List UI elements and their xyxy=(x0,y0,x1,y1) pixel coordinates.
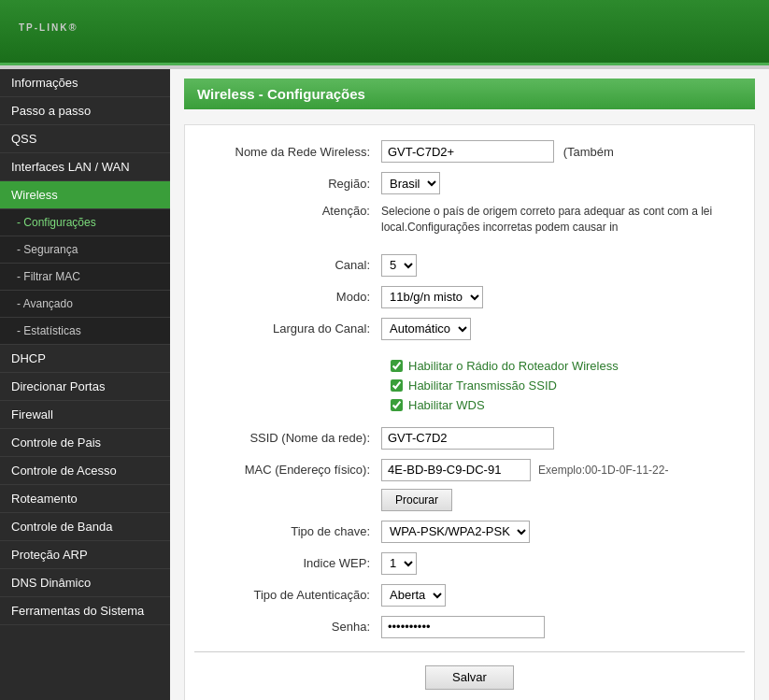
checkbox3-row: Habilitar WDS xyxy=(194,398,745,412)
main-content: Wireless - Configurações Nome da Rede Wi… xyxy=(170,69,769,700)
sidebar-item-wireless[interactable]: Wireless xyxy=(0,181,170,209)
sidebar-item-firewall[interactable]: Firewall xyxy=(0,401,170,429)
sidebar-item-passo-a-passo[interactable]: Passo a passo xyxy=(0,97,170,125)
checkbox2-row: Habilitar Transmissão SSID xyxy=(194,379,745,393)
tipo-auth-row: Tipo de Autenticação: Aberta xyxy=(194,584,745,607)
regiao-row: Região: Brasil xyxy=(194,172,745,194)
nome-input[interactable] xyxy=(381,140,554,163)
tipo-chave-label: Tipo de chave: xyxy=(194,524,381,538)
mac-row-inner: Exemplo:00-1D-0F-11-22- xyxy=(381,459,668,481)
sidebar-item-direcionar-portas[interactable]: Direcionar Portas xyxy=(0,373,170,401)
sidebar-item-protecao-arp[interactable]: Proteção ARP xyxy=(0,541,170,569)
canal-label: Canal: xyxy=(194,258,381,272)
sidebar-item-filtrar-mac[interactable]: - Filtrar MAC xyxy=(0,264,170,291)
logo: TP-LINK® xyxy=(19,17,78,47)
sidebar-item-controle-banda[interactable]: Controle de Banda xyxy=(0,513,170,541)
largura-select[interactable]: Automático xyxy=(381,318,471,340)
mac-label: MAC (Endereço físico): xyxy=(194,463,381,477)
layout: Informações Passo a passo QSS Interfaces… xyxy=(0,69,769,700)
habilitar-wds-checkbox[interactable] xyxy=(391,399,403,411)
modo-row: Modo: 11b/g/n misto xyxy=(194,286,745,308)
nome-suffix: (Também xyxy=(563,145,614,159)
atencao-row: Atenção: Selecione o país de origem corr… xyxy=(194,204,745,236)
habilitar-ssid-label[interactable]: Habilitar Transmissão SSID xyxy=(408,379,557,393)
sidebar: Informações Passo a passo QSS Interfaces… xyxy=(0,69,170,700)
senha-value xyxy=(381,616,745,638)
nome-label: Nome da Rede Wireless: xyxy=(194,145,381,159)
sidebar-item-dhcp[interactable]: DHCP xyxy=(0,345,170,373)
sidebar-item-roteamento[interactable]: Roteamento xyxy=(0,485,170,513)
indice-wep-value: 1 xyxy=(381,552,745,575)
sidebar-item-informacoes[interactable]: Informações xyxy=(0,69,170,97)
habilitar-radio-label[interactable]: Habilitar o Rádio do Roteador Wireless xyxy=(408,359,619,373)
sidebar-item-qss[interactable]: QSS xyxy=(0,125,170,153)
sidebar-item-controle-pais[interactable]: Controle de Pais xyxy=(0,429,170,457)
sidebar-item-controle-acesso[interactable]: Controle de Acesso xyxy=(0,457,170,485)
logo-text: TP-LINK xyxy=(19,21,68,32)
sidebar-item-avancado[interactable]: - Avançado xyxy=(0,291,170,318)
largura-value: Automático xyxy=(381,318,745,340)
indice-wep-label: Indice WEP: xyxy=(194,556,381,570)
largura-label: Largura do Canal: xyxy=(194,321,381,336)
habilitar-wds-label[interactable]: Habilitar WDS xyxy=(408,398,485,412)
modo-value: 11b/g/n misto xyxy=(381,286,745,308)
mac-example: Exemplo:00-1D-0F-11-22- xyxy=(538,464,668,477)
canal-select[interactable]: 5 xyxy=(381,254,417,277)
indice-wep-row: Indice WEP: 1 xyxy=(194,552,745,575)
sidebar-item-configuracoes[interactable]: - Configurações xyxy=(0,209,170,236)
senha-input[interactable] xyxy=(381,616,545,638)
tipo-chave-select[interactable]: WPA-PSK/WPA2-PSK xyxy=(381,521,530,543)
largura-row: Largura do Canal: Automático xyxy=(194,318,745,340)
ssid-row: SSID (Nome da rede): xyxy=(194,427,745,450)
section-title: Wireless - Configurações xyxy=(184,79,755,109)
divider xyxy=(194,651,745,652)
modo-label: Modo: xyxy=(194,290,381,304)
tipo-auth-select[interactable]: Aberta xyxy=(381,584,446,607)
senha-label: Senha: xyxy=(194,620,381,634)
salvar-button[interactable]: Salvar xyxy=(425,665,514,690)
tipo-auth-value: Aberta xyxy=(381,584,745,607)
nome-row: Nome da Rede Wireless: (Também xyxy=(194,140,745,163)
checkbox1-row: Habilitar o Rádio do Roteador Wireless xyxy=(194,359,745,373)
regiao-value: Brasil xyxy=(381,172,745,194)
canal-value: 5 xyxy=(381,254,745,277)
sidebar-item-estatisticas[interactable]: - Estatísticas xyxy=(0,318,170,345)
modo-select[interactable]: 11b/g/n misto xyxy=(381,286,483,308)
mac-row: MAC (Endereço físico): Exemplo:00-1D-0F-… xyxy=(194,459,745,511)
sidebar-item-interfaces[interactable]: Interfaces LAN / WAN xyxy=(0,153,170,181)
habilitar-ssid-checkbox[interactable] xyxy=(391,379,403,392)
atencao-text: Selecione o país de origem correto para … xyxy=(381,204,745,236)
procurar-button[interactable]: Procurar xyxy=(381,489,452,511)
canal-row: Canal: 5 xyxy=(194,254,745,277)
tipo-chave-row: Tipo de chave: WPA-PSK/WPA2-PSK xyxy=(194,521,745,543)
senha-row: Senha: xyxy=(194,616,745,638)
sidebar-item-dns-dinamico[interactable]: DNS Dinâmico xyxy=(0,569,170,597)
regiao-label: Região: xyxy=(194,177,381,191)
ssid-input[interactable] xyxy=(381,427,554,450)
header: TP-LINK® xyxy=(0,0,769,65)
save-row: Salvar xyxy=(194,665,745,699)
tipo-chave-value: WPA-PSK/WPA2-PSK xyxy=(381,521,745,543)
nome-value: (Também xyxy=(381,140,745,163)
ssid-label: SSID (Nome da rede): xyxy=(194,431,381,445)
sidebar-item-seguranca[interactable]: - Segurança xyxy=(0,236,170,264)
tipo-auth-label: Tipo de Autenticação: xyxy=(194,588,381,602)
ssid-value xyxy=(381,427,745,450)
regiao-select[interactable]: Brasil xyxy=(381,172,440,194)
indice-wep-select[interactable]: 1 xyxy=(381,552,417,575)
habilitar-radio-checkbox[interactable] xyxy=(391,360,403,372)
form-area: Nome da Rede Wireless: (Também Região: B… xyxy=(184,124,755,700)
mac-input[interactable] xyxy=(381,459,531,481)
atencao-label: Atenção: xyxy=(194,204,381,218)
logo-sup: ® xyxy=(68,21,78,32)
sidebar-item-ferramentas[interactable]: Ferramentas do Sistema xyxy=(0,597,170,625)
